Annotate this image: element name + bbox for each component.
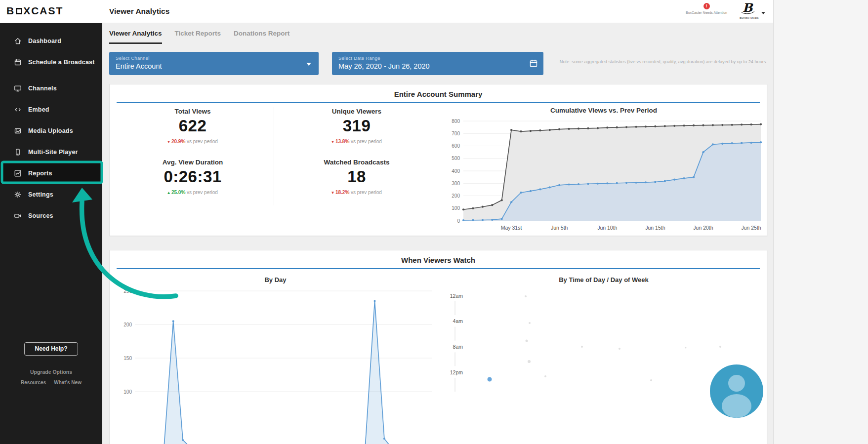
sidebar-item-label: Embed (28, 106, 49, 113)
stat-delta: 25.0% vs prev period (119, 190, 267, 195)
sidebar-item-multi-site-player[interactable]: Multi-Site Player (0, 141, 102, 162)
logo-o-square-icon (16, 8, 22, 14)
svg-text:200: 200 (452, 193, 460, 199)
stat-total-views: Total Views 622 20.9% vs prev period (119, 108, 267, 144)
svg-text:400: 400 (452, 168, 460, 174)
sidebar-item-channels[interactable]: Channels (0, 78, 102, 99)
svg-text:100: 100 (124, 389, 132, 395)
upgrade-options-link[interactable]: Upgrade Options (0, 369, 102, 375)
account-menu[interactable]: B Bumble Media (740, 1, 765, 19)
stat-delta: 20.9% vs prev period (119, 139, 267, 144)
sidebar-item-sources[interactable]: Sources (0, 205, 102, 226)
sidebar-item-schedule-broadcast[interactable]: Schedule a Broadcast (0, 51, 102, 73)
sidebar-item-settings[interactable]: Settings (0, 184, 102, 205)
logo-text: XCAST (23, 5, 63, 17)
svg-text:Jun 25th: Jun 25th (741, 225, 761, 231)
code-icon (13, 106, 22, 114)
boxcast-logo[interactable]: BXCAST (6, 5, 63, 17)
sidebar-item-label: Media Uploads (28, 127, 73, 134)
person-head-icon (728, 375, 745, 392)
home-icon (13, 37, 22, 45)
trend-down-icon (331, 139, 334, 144)
trend-down-icon (167, 139, 170, 144)
chart-title: Cumulative Views vs. Prev Period (441, 107, 767, 114)
title-rule (117, 268, 760, 269)
stat-watched-broadcasts: Watched Broadcasts 18 18.2% vs prev peri… (283, 159, 431, 195)
svg-text:0: 0 (457, 218, 460, 224)
chevron-down-icon (306, 63, 311, 66)
by-day-title: By Day (116, 276, 435, 283)
svg-text:150: 150 (124, 356, 132, 361)
sidebar-item-label: Dashboard (28, 38, 61, 44)
svg-text:200: 200 (124, 322, 132, 327)
stat-avg-view-duration: Avg. View Duration 0:26:31 25.0% vs prev… (119, 159, 267, 195)
device-icon (13, 148, 22, 156)
outside-window-area (773, 0, 868, 444)
svg-text:300: 300 (452, 181, 460, 186)
summary-card-title: Entire Account Summary (110, 90, 767, 98)
tab-donations-report[interactable]: Donations Report (234, 30, 289, 44)
stat-delta: 18.2% vs prev period (283, 190, 431, 195)
date-range-value: May 26, 2020 - Jun 26, 2020 (338, 62, 430, 70)
sidebar-item-embed[interactable]: Embed (0, 99, 102, 120)
whats-new-link[interactable]: What's New (54, 380, 82, 385)
trend-down-icon (331, 190, 334, 195)
svg-text:700: 700 (452, 131, 460, 136)
stat-label: Avg. View Duration (119, 159, 267, 166)
tab-ticket-reports[interactable]: Ticket Reports (175, 30, 221, 44)
title-rule (117, 102, 760, 103)
date-range-label: Select Date Range (338, 55, 380, 61)
stats-divider (274, 107, 274, 205)
gear-icon (13, 191, 22, 199)
stats-delay-note: Note: some aggregated statistics (live v… (519, 59, 767, 64)
when-viewers-watch-card: When Viewers Watch By Day 250200150100 B… (109, 250, 767, 444)
boxcaster-attention-button[interactable]: BoxCaster Needs Attention (683, 3, 730, 14)
svg-text:600: 600 (452, 143, 460, 149)
svg-text:12am: 12am (450, 293, 463, 299)
report-tabs: Viewer Analytics Ticket Reports Donation… (109, 30, 289, 44)
page-title: Viewer Analytics (109, 7, 169, 16)
channel-select-value: Entire Account (116, 62, 162, 70)
svg-text:May 31st: May 31st (501, 225, 522, 231)
sidebar-item-reports[interactable]: Reports (0, 162, 102, 184)
top-header: BXCAST Viewer Analytics BoxCaster Needs … (0, 0, 773, 23)
svg-text:Jun 10th: Jun 10th (597, 225, 617, 231)
stat-unique-viewers: Unique Viewers 319 13.8% vs prev period (283, 108, 431, 144)
by-day-chart: 250200150100 (116, 285, 437, 444)
sidebar-item-label: Sources (28, 212, 53, 219)
svg-text:800: 800 (452, 119, 460, 124)
cumulative-views-chart-block: Cumulative Views vs. Prev Period 0100200… (441, 107, 767, 236)
sidebar: Dashboard Schedule a Broadcast Channels … (0, 23, 102, 444)
channel-select-label: Select Channel (116, 55, 150, 61)
account-logo: B Bumble Media (740, 1, 758, 19)
sidebar-item-label: Reports (28, 170, 52, 177)
account-logo-mark: B (740, 1, 756, 15)
svg-text:Jun 15th: Jun 15th (645, 225, 665, 231)
stat-value: 622 (119, 117, 267, 135)
cumulative-views-chart: 0100200300400500600700800May 31stJun 5th… (441, 116, 767, 234)
stat-value: 0:26:31 (119, 167, 267, 186)
svg-text:Jun 20th: Jun 20th (693, 225, 713, 231)
need-help-button[interactable]: Need Help? (24, 342, 78, 356)
stat-label: Watched Broadcasts (283, 159, 431, 166)
image-icon (13, 127, 22, 135)
chat-widget-avatar[interactable] (710, 364, 763, 418)
channel-select[interactable]: Select Channel Entire Account (109, 52, 319, 75)
logo-text: B (6, 5, 15, 17)
video-camera-icon (13, 212, 22, 220)
chevron-down-icon (761, 12, 765, 14)
resources-link[interactable]: Resources (21, 380, 46, 385)
date-range-select[interactable]: Select Date Range May 26, 2020 - Jun 26,… (332, 52, 543, 75)
svg-text:12pm: 12pm (450, 369, 463, 375)
sidebar-item-label: Channels (28, 85, 57, 92)
svg-text:100: 100 (452, 205, 460, 211)
sidebar-item-dashboard[interactable]: Dashboard (0, 30, 102, 51)
stat-label: Unique Viewers (283, 108, 431, 115)
tab-viewer-analytics[interactable]: Viewer Analytics (109, 30, 162, 44)
sidebar-item-media-uploads[interactable]: Media Uploads (0, 120, 102, 141)
when-card-title: When Viewers Watch (110, 256, 767, 264)
svg-text:500: 500 (452, 156, 460, 161)
svg-text:Jun 5th: Jun 5th (551, 225, 568, 231)
sidebar-item-label: Settings (28, 191, 53, 198)
trend-up-icon (167, 190, 170, 195)
